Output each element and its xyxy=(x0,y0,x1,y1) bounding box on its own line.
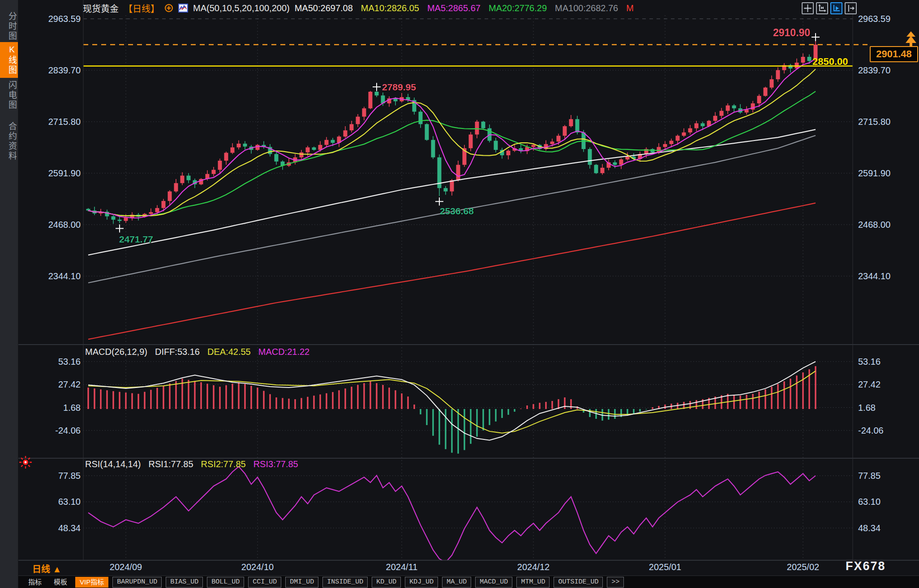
candle-body xyxy=(86,209,90,211)
candle-body xyxy=(469,135,473,149)
toolbar-item-OUTSIDE_UD[interactable]: OUTSIDE_UD xyxy=(554,577,603,588)
candle-body xyxy=(375,92,379,95)
candle-body xyxy=(613,162,617,165)
toolbar-item-MA_UD[interactable]: MA_UD xyxy=(442,577,471,588)
candle-body xyxy=(168,192,172,201)
toolbar-item--[interactable]: 指标 xyxy=(24,577,46,587)
ma-params-label: MA(50,10,5,20,100,200) xyxy=(193,3,290,13)
candle-body xyxy=(801,57,805,63)
y-axis-label-left: 63.10 xyxy=(39,496,81,507)
sidebar-item-contract-info[interactable]: 合约资料 xyxy=(0,122,18,161)
indicator-toolbar: 指标模板VIP指标BARUPDN_UDBIAS_UDBOLL_UDCCI_UDD… xyxy=(18,575,919,588)
candle-body xyxy=(532,145,536,147)
candle-body xyxy=(237,144,241,147)
candle-body xyxy=(444,188,448,191)
sidebar-item-candle-chart[interactable]: K线图 xyxy=(0,42,18,78)
toolbar-item-BOLL_UD[interactable]: BOLL_UD xyxy=(207,577,244,588)
move-tool-button[interactable] xyxy=(802,2,814,14)
sidebar-item-time-chart[interactable]: 分时图 xyxy=(0,12,18,41)
y-axis-label-left: 2468.00 xyxy=(39,219,81,230)
candle-body xyxy=(688,128,692,132)
y-axis-label-right: 53.16 xyxy=(858,356,880,367)
november-low-label: 2536.68 xyxy=(440,206,474,217)
candle-body xyxy=(713,116,717,121)
y-axis-label-right: 2839.70 xyxy=(858,65,890,76)
y-axis-label-left: 2963.59 xyxy=(39,13,81,24)
toolbar-item-VIP-[interactable]: VIP指标 xyxy=(75,577,108,588)
toolbar-item-KDJ_UD[interactable]: KDJ_UD xyxy=(405,577,438,588)
alert-icon xyxy=(19,456,32,471)
toolbar-item-BIAS_UD[interactable]: BIAS_UD xyxy=(166,577,203,588)
ma-value-label: M xyxy=(626,3,634,13)
shift-chart-button[interactable] xyxy=(845,2,857,14)
x-axis-label: 2024/10 xyxy=(241,562,274,572)
chart-header: 现货黄金 【日线】 MA(50,10,5,20,100,200) MA50:26… xyxy=(83,1,634,15)
sidebar-item-lightning-chart[interactable]: 闪电图 xyxy=(0,81,18,110)
period-tag[interactable]: 【日线】 xyxy=(124,2,159,15)
ma-value-label: MA5:2865.67 xyxy=(427,3,481,13)
candle-body xyxy=(494,141,498,150)
candle-body xyxy=(112,216,116,219)
axis-scale-button[interactable] xyxy=(816,2,828,14)
candle-body xyxy=(162,201,166,208)
toolbar-item-CCI_UD[interactable]: CCI_UD xyxy=(248,577,281,588)
candle-body xyxy=(256,145,260,150)
rsi1-value: RSI1:77.85 xyxy=(149,459,193,469)
candle-body xyxy=(187,175,191,180)
toolbar-item-KD_UD[interactable]: KD_UD xyxy=(372,577,401,588)
ma-value-label: MA50:2697.08 xyxy=(295,3,353,13)
y-axis-label-left: 27.42 xyxy=(39,379,81,390)
candle-body xyxy=(507,151,511,155)
candle-body xyxy=(588,149,592,165)
toolbar-item-MTM_UD[interactable]: MTM_UD xyxy=(516,577,550,588)
y-axis-label-left: 53.16 xyxy=(39,356,81,367)
candle-body xyxy=(419,112,423,124)
candle-body xyxy=(124,217,128,221)
y-axis-label-left: 2591.90 xyxy=(39,168,81,179)
candle-body xyxy=(776,70,780,79)
y-axis-label-left: 2839.70 xyxy=(39,65,81,76)
brand-watermark: FX678 xyxy=(846,559,886,573)
y-axis-label-right: 2468.00 xyxy=(858,219,890,230)
candle-body xyxy=(369,92,373,108)
candle-body xyxy=(300,152,304,157)
toolbar-item--[interactable]: 模板 xyxy=(50,577,71,587)
candle-body xyxy=(663,144,667,147)
rsi-line xyxy=(88,467,816,562)
y-axis-label-right: 1.68 xyxy=(858,402,876,413)
chart-canvas[interactable] xyxy=(0,0,919,562)
candle-body xyxy=(224,153,228,161)
candle-body xyxy=(726,106,730,111)
candle-body xyxy=(720,111,724,116)
y-axis-label-left: 48.34 xyxy=(39,523,81,533)
toolbar-item->>[interactable]: >> xyxy=(607,577,624,588)
y-axis-label-right: 2344.10 xyxy=(858,271,890,281)
toolbar-item-BARUPDN_UD[interactable]: BARUPDN_UD xyxy=(112,577,162,588)
auto-scale-button[interactable] xyxy=(830,2,842,14)
y-axis-label-right: 2591.90 xyxy=(858,168,890,179)
toolbar-item-INSIDE_UD[interactable]: INSIDE_UD xyxy=(322,577,368,588)
candle-body xyxy=(563,126,567,136)
trading-app-window: 分时图 K线图 闪电图 合约资料 现货黄金 【日线】 MA(50,10,5,20… xyxy=(0,0,919,588)
candle-body xyxy=(732,106,736,108)
period-selector[interactable]: 日线 ▲ xyxy=(32,562,61,575)
candle-body xyxy=(155,208,159,212)
add-compare-icon[interactable] xyxy=(164,4,173,13)
indicator-chart-icon[interactable] xyxy=(178,4,188,13)
candle-body xyxy=(331,140,335,143)
candle-body xyxy=(575,119,580,132)
candle-body xyxy=(180,175,185,183)
x-axis-label: 2025/02 xyxy=(787,562,819,572)
candle-body xyxy=(431,140,435,158)
candle-body xyxy=(149,212,153,214)
candle-body xyxy=(456,165,460,180)
y-axis-label-right: 77.85 xyxy=(858,470,880,481)
candle-body xyxy=(626,157,630,159)
macd-header: MACD(26,12,9) DIFF:53.16 DEA:42.55 MACD:… xyxy=(85,347,309,357)
period-arrow-icon: ▲ xyxy=(53,564,62,574)
x-axis-label: 2024/12 xyxy=(517,562,550,572)
y-axis-label-left: -24.06 xyxy=(39,425,81,436)
toolbar-item-DMI_UD[interactable]: DMI_UD xyxy=(285,577,318,588)
toolbar-item-MACD_UD[interactable]: MACD_UD xyxy=(475,577,512,588)
candle-body xyxy=(807,57,812,61)
